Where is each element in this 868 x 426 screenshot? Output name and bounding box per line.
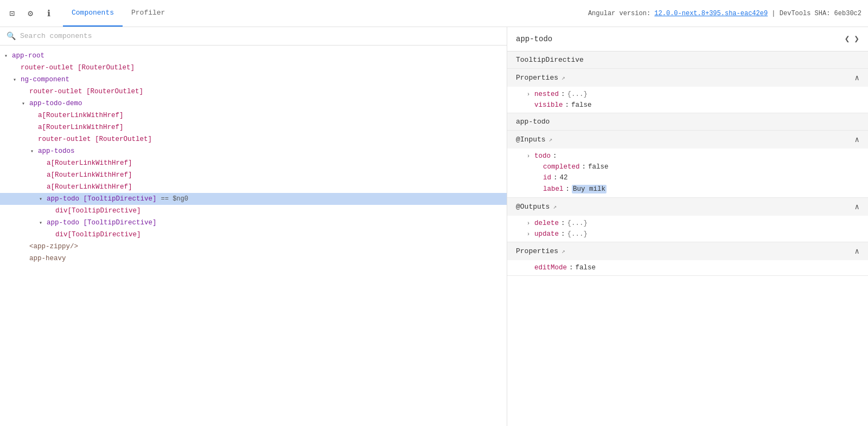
prop-key: visible bbox=[534, 101, 563, 109]
tree-node-text: a[RouterLinkWithHref] bbox=[38, 112, 124, 119]
prop-colon: : bbox=[553, 174, 558, 182]
tree-item[interactable]: router-outlet [RouterOutlet] bbox=[0, 133, 507, 145]
rp-section: @Inputs↗∧›todo:completed:falseid:42label… bbox=[507, 131, 868, 198]
collapse-icon[interactable]: ∧ bbox=[855, 202, 859, 211]
tree-item[interactable]: ▾app-todos bbox=[0, 145, 507, 157]
tree-node-text: router-outlet [RouterOutlet] bbox=[29, 88, 143, 95]
section-title: @Outputs↗ bbox=[516, 203, 855, 211]
left-panel: 🔍 ▾app-rootrouter-outlet [RouterOutlet]▾… bbox=[0, 27, 507, 426]
section-header[interactable]: Properties↗∧ bbox=[507, 242, 868, 260]
prop-container: ›nested:{...}visible:false bbox=[507, 87, 868, 113]
prop-colon: : bbox=[565, 101, 570, 109]
prop-value: {...} bbox=[567, 230, 588, 238]
prop-row: editMode:false bbox=[516, 262, 859, 273]
prop-toggle-icon[interactable]: › bbox=[527, 153, 534, 159]
section-title: @Inputs↗ bbox=[516, 135, 855, 144]
tree-item[interactable]: ▾app-todo [TooltipDirective] bbox=[0, 217, 507, 229]
nav-prev-icon[interactable]: ❮ bbox=[845, 34, 850, 44]
tree-item[interactable]: a[RouterLinkWithHref] bbox=[0, 157, 507, 169]
prop-colon: : bbox=[561, 230, 565, 238]
app-header: ⊡ ⚙ ℹ Components Profiler Angular versio… bbox=[0, 0, 868, 27]
prop-row: ›nested:{...} bbox=[516, 89, 859, 100]
section-title-text: Properties bbox=[516, 74, 558, 82]
external-link-icon[interactable]: ↗ bbox=[561, 74, 565, 81]
nav-next-icon[interactable]: ❯ bbox=[854, 34, 859, 44]
prop-key: id bbox=[543, 174, 551, 182]
tree-node-text: a[RouterLinkWithHref] bbox=[47, 183, 132, 191]
prop-key: completed bbox=[543, 163, 580, 171]
tree-item[interactable]: ▾ng-component bbox=[0, 74, 507, 86]
tree-node-text: app-todos bbox=[38, 147, 75, 155]
section-label: TooltipDirective bbox=[507, 51, 868, 69]
tree-item[interactable]: div[TooltipDirective] bbox=[0, 229, 507, 241]
section-title: Properties↗ bbox=[516, 74, 855, 82]
tree-node-text: app-todo [TooltipDirective] bbox=[47, 219, 157, 227]
header-tabs: Components Profiler bbox=[63, 0, 174, 27]
tree-item[interactable]: div[TooltipDirective] bbox=[0, 205, 507, 217]
tree-item[interactable]: ▾app-todo-demo bbox=[0, 98, 507, 109]
component-tree-icon[interactable]: ⊡ bbox=[7, 8, 17, 19]
search-input[interactable] bbox=[20, 32, 500, 40]
prop-colon: : bbox=[582, 163, 586, 171]
prop-row: id:42 bbox=[516, 172, 859, 183]
tab-components[interactable]: Components bbox=[63, 0, 123, 27]
prop-value[interactable]: Buy milk bbox=[572, 185, 607, 193]
collapse-icon[interactable]: ∧ bbox=[855, 73, 859, 82]
tree-item[interactable]: app-heavy bbox=[0, 253, 507, 264]
section-title-text: @Outputs bbox=[516, 203, 550, 211]
prop-toggle-icon[interactable]: › bbox=[527, 92, 534, 98]
section-title-text: @Inputs bbox=[516, 135, 546, 144]
tree-item[interactable]: router-outlet [RouterOutlet] bbox=[0, 62, 507, 74]
external-link-icon[interactable]: ↗ bbox=[561, 248, 565, 255]
tree-item[interactable]: ▾app-root bbox=[0, 50, 507, 62]
external-link-icon[interactable]: ↗ bbox=[549, 136, 553, 143]
section-header[interactable]: Properties↗∧ bbox=[507, 69, 868, 87]
tree-node-text: app-heavy bbox=[29, 255, 66, 262]
prop-row: ›delete:{...} bbox=[516, 218, 859, 229]
main-layout: 🔍 ▾app-rootrouter-outlet [RouterOutlet]▾… bbox=[0, 27, 868, 426]
external-link-icon[interactable]: ↗ bbox=[553, 203, 557, 210]
tree-node-text: a[RouterLinkWithHref] bbox=[38, 124, 124, 131]
collapse-icon[interactable]: ∧ bbox=[855, 247, 859, 256]
tree-item[interactable]: a[RouterLinkWithHref] bbox=[0, 121, 507, 133]
tree-item[interactable]: router-outlet [RouterOutlet] bbox=[0, 86, 507, 98]
settings-icon[interactable]: ⚙ bbox=[25, 8, 36, 19]
tree-item[interactable]: a[RouterLinkWithHref] bbox=[0, 181, 507, 193]
prop-row: ›update:{...} bbox=[516, 229, 859, 240]
tree-item[interactable]: <app-zippy/> bbox=[0, 241, 507, 253]
tree-node-text: a[RouterLinkWithHref] bbox=[47, 171, 132, 179]
prop-row: ›todo: bbox=[516, 151, 859, 162]
rp-section: Properties↗∧editMode:false bbox=[507, 242, 868, 276]
prop-key: delete bbox=[534, 220, 559, 227]
angular-version-label: Angular version: bbox=[588, 10, 654, 17]
angular-version-value[interactable]: 12.0.0-next.8+395.sha-eac42e9 bbox=[654, 10, 768, 17]
prop-row: completed:false bbox=[516, 162, 859, 172]
tab-profiler[interactable]: Profiler bbox=[123, 0, 174, 27]
header-icon-group: ⊡ ⚙ ℹ bbox=[7, 8, 54, 19]
prop-key: label bbox=[543, 185, 564, 193]
prop-toggle-icon[interactable]: › bbox=[527, 231, 534, 237]
sections-container: TooltipDirectiveProperties↗∧›nested:{...… bbox=[507, 51, 868, 276]
section-header[interactable]: @Outputs↗∧ bbox=[507, 198, 868, 216]
tree-item[interactable]: a[RouterLinkWithHref] bbox=[0, 109, 507, 121]
prop-colon: : bbox=[569, 264, 573, 272]
search-bar: 🔍 bbox=[0, 27, 507, 46]
tree-item[interactable]: a[RouterLinkWithHref] bbox=[0, 169, 507, 181]
prop-colon: : bbox=[566, 185, 570, 193]
tree-toggle-icon: ▾ bbox=[13, 76, 21, 83]
section-header[interactable]: @Inputs↗∧ bbox=[507, 131, 868, 149]
tree-node-text: a[RouterLinkWithHref] bbox=[47, 159, 132, 167]
prop-container: ›todo:completed:falseid:42label:Buy milk bbox=[507, 149, 868, 197]
tree-toggle-icon: ▾ bbox=[22, 100, 29, 107]
prop-value: false bbox=[576, 264, 596, 272]
prop-key: update bbox=[534, 230, 559, 238]
tree-toggle-icon: ▾ bbox=[30, 148, 38, 154]
collapse-icon[interactable]: ∧ bbox=[855, 135, 859, 144]
nav-icons: ❮ ❯ bbox=[845, 34, 859, 44]
prop-value: false bbox=[571, 101, 592, 109]
prop-toggle-icon[interactable]: › bbox=[527, 221, 534, 227]
tree-item[interactable]: ▾app-todo [TooltipDirective]== $ng0 bbox=[0, 193, 507, 205]
info-icon[interactable]: ℹ bbox=[43, 8, 54, 19]
prop-key: editMode bbox=[534, 264, 567, 272]
prop-key: nested bbox=[534, 91, 559, 98]
